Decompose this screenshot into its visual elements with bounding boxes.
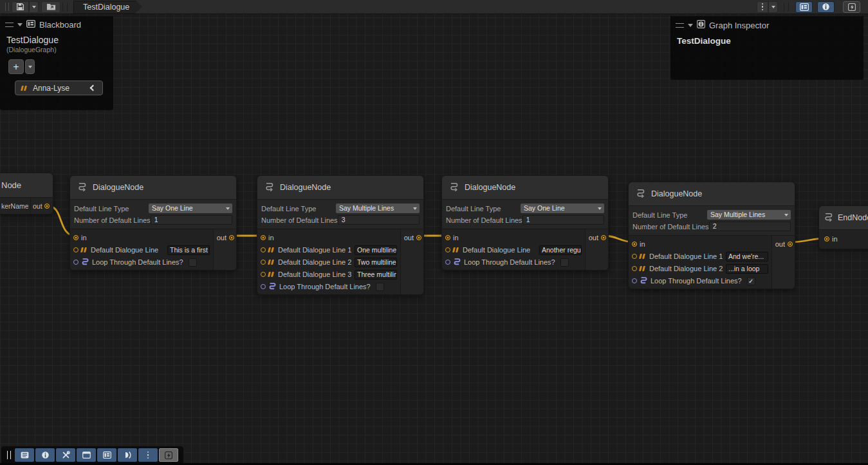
play-arc-button[interactable] (118, 448, 137, 462)
toolbar-separator (62, 3, 63, 12)
port-dialogue-line-2[interactable] (261, 260, 266, 265)
port-in[interactable] (73, 235, 78, 240)
port-dialogue-line[interactable] (445, 247, 450, 252)
port-dialogue-line-1[interactable] (632, 254, 637, 259)
port-in[interactable] (261, 235, 266, 240)
speaker-node[interactable]: Node kerName out (0, 173, 53, 214)
graph-name: TestDialogue (6, 35, 113, 45)
loop-checkbox[interactable] (560, 258, 569, 267)
property-row-anna-lyse[interactable]: Anna-Lyse (15, 81, 103, 95)
node-title[interactable]: EndNode (819, 206, 868, 229)
more-options-button[interactable] (138, 448, 158, 462)
port-out[interactable] (416, 235, 421, 240)
preview-button[interactable] (159, 448, 178, 462)
port-in[interactable] (632, 242, 637, 247)
dialogue-node-2[interactable]: DialogueNode Default Line Type Say Multi… (257, 175, 424, 295)
save-button[interactable] (12, 1, 29, 13)
line-type-label: Default Line Type (633, 211, 707, 219)
dialogue-line-field[interactable]: One multiline (355, 245, 397, 255)
line-type-dropdown[interactable]: Say Multiple Lines (707, 210, 791, 220)
add-property-dropdown[interactable] (25, 59, 35, 74)
dialogue-node-3[interactable]: DialogueNode Default Line Type Say One L… (441, 175, 609, 270)
num-lines-field[interactable]: 1 (522, 215, 604, 225)
port-loop[interactable] (445, 260, 450, 265)
dialogue-line-field[interactable]: ...in a loop (726, 264, 768, 274)
breadcrumb[interactable]: TestDialogue (73, 1, 142, 14)
add-property-button[interactable]: + (8, 59, 24, 74)
port-dialogue-line-1[interactable] (261, 247, 266, 252)
num-lines-label: Number of Default Lines (261, 216, 338, 224)
port-out[interactable] (229, 235, 234, 240)
quote-icon (268, 272, 275, 277)
dialogue-line-field[interactable]: Three multilin (355, 270, 397, 280)
blackboard-panel[interactable]: Blackboard TestDialogue (DialogueGraph) … (0, 16, 113, 110)
collapse-arrow-icon[interactable] (688, 24, 693, 30)
dialogue-line-label: Default Dialogue Line (463, 246, 530, 254)
port-out[interactable] (788, 242, 793, 247)
blackboard-toggle-button[interactable] (795, 1, 813, 13)
graph-inspector-panel[interactable]: Graph Inspector TestDialogue (670, 16, 863, 80)
loop-checkbox[interactable]: ✓ (747, 277, 755, 285)
line-type-dropdown[interactable]: Say One Line (521, 204, 604, 213)
dialogue-line-field[interactable]: And we're... (726, 252, 768, 261)
dialogue-node-1[interactable]: DialogueNode Default Line Type Say One L… (69, 175, 237, 270)
dialogue-node-4[interactable]: DialogueNode Default Line Type Say Multi… (628, 182, 795, 289)
drag-handle-icon[interactable] (676, 23, 684, 28)
node-title-label: DialogueNode (651, 189, 702, 198)
line-type-dropdown[interactable]: Say Multiple Lines (336, 204, 420, 213)
save-dropdown-button[interactable] (29, 1, 39, 13)
blackboard-button[interactable] (97, 448, 116, 462)
speaker-name-label: kerName (1, 202, 28, 210)
port-loop[interactable] (73, 260, 78, 265)
dialogue-line-label: Default Dialogue Line 3 (278, 270, 351, 278)
toolbar-drag-handle[interactable] (5, 3, 9, 11)
num-lines-label: Number of Default Lines (74, 216, 151, 224)
port-out[interactable] (601, 235, 606, 240)
inspector-button[interactable] (35, 448, 55, 462)
port-in[interactable] (445, 235, 450, 240)
num-lines-field[interactable]: 3 (338, 215, 420, 225)
num-lines-field[interactable]: 1 (151, 215, 232, 225)
dialogue-line-field[interactable]: This is a first (167, 245, 210, 255)
dialogue-line-field[interactable]: Another regu (539, 245, 582, 255)
line-type-dropdown[interactable]: Say One Line (149, 204, 232, 213)
quote-icon (640, 254, 647, 259)
dialogue-line-field[interactable]: Two multiline (355, 258, 397, 267)
tools-button[interactable] (56, 448, 75, 462)
drag-handle-icon[interactable] (5, 23, 14, 27)
dialogue-line-label: Default Dialogue Line 1 (649, 252, 723, 260)
line-type-label: Default Line Type (446, 205, 521, 213)
graph-canvas[interactable]: Node kerName out DialogueNode Default Li… (0, 0, 868, 465)
end-node[interactable]: EndNode in (818, 205, 868, 249)
open-asset-button[interactable] (41, 1, 60, 13)
console-button[interactable] (15, 448, 34, 462)
port-dialogue-line[interactable] (73, 247, 78, 252)
toolbar-separator (788, 3, 789, 12)
node-title[interactable]: Node (0, 173, 53, 198)
port-dialogue-line-3[interactable] (261, 272, 266, 277)
more-options-dropdown[interactable] (768, 1, 778, 13)
port-out-label: out (775, 240, 785, 248)
more-options-button[interactable] (757, 1, 768, 13)
loop-checkbox[interactable] (189, 258, 197, 267)
port-dialogue-line-2[interactable] (632, 266, 637, 271)
num-lines-field[interactable]: 2 (709, 222, 791, 231)
port-loop[interactable] (261, 284, 266, 289)
node-title[interactable]: DialogueNode (442, 176, 608, 199)
dropdown-caret-icon (771, 6, 775, 10)
quote-icon (21, 86, 28, 91)
node-title[interactable]: DialogueNode (629, 182, 795, 205)
loop-checkbox[interactable] (376, 283, 384, 291)
port-loop[interactable] (632, 278, 637, 283)
preview-toggle-button[interactable] (843, 1, 860, 13)
toolbar-drag-handle[interactable] (7, 451, 11, 459)
dialogue-line-label: Default Dialogue Line 1 (278, 246, 351, 254)
chevron-left-icon[interactable] (90, 85, 97, 91)
window-button[interactable] (77, 448, 96, 462)
node-title[interactable]: DialogueNode (257, 176, 423, 199)
inspector-toggle-button[interactable] (817, 1, 835, 13)
port-in[interactable] (824, 236, 829, 242)
node-title[interactable]: DialogueNode (70, 176, 236, 199)
port-out[interactable] (44, 204, 50, 209)
collapse-arrow-icon[interactable] (17, 23, 23, 29)
